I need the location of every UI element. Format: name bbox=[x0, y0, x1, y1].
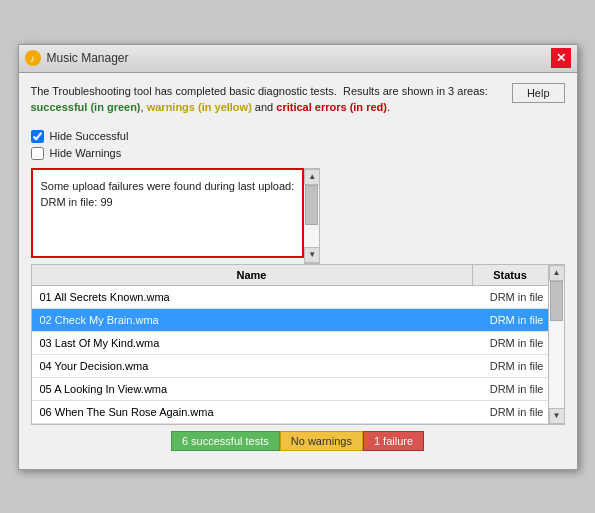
cell-name: 06 When The Sun Rose Again.wma bbox=[32, 401, 473, 423]
table-row[interactable]: 06 When The Sun Rose Again.wma DRM in fi… bbox=[32, 401, 548, 424]
info-text: The Troubleshooting tool has completed b… bbox=[31, 83, 512, 116]
hide-warnings-row: Hide Warnings bbox=[31, 147, 565, 160]
cell-name: 05 A Looking In View.wma bbox=[32, 378, 473, 400]
hide-warnings-checkbox[interactable] bbox=[31, 147, 44, 160]
window-title: Music Manager bbox=[47, 51, 129, 65]
title-bar-left: ♪ Music Manager bbox=[25, 50, 129, 66]
cell-status: DRM in file bbox=[473, 378, 548, 400]
table-header: Name Status bbox=[32, 265, 548, 286]
error-panel: Some upload failures were found during l… bbox=[31, 168, 565, 264]
hide-warnings-label[interactable]: Hide Warnings bbox=[50, 147, 122, 159]
cell-status: DRM in file bbox=[473, 286, 548, 308]
hide-successful-label[interactable]: Hide Successful bbox=[50, 130, 129, 142]
cell-status: DRM in file bbox=[473, 332, 548, 354]
file-table: Name Status 01 All Secrets Known.wma DRM… bbox=[31, 264, 549, 425]
main-window: ♪ Music Manager ✕ The Troubleshooting to… bbox=[18, 44, 578, 470]
table-scroll-down[interactable]: ▼ bbox=[549, 408, 565, 424]
hide-successful-row: Hide Successful bbox=[31, 130, 565, 143]
table-row[interactable]: 02 Check My Brain.wma DRM in file bbox=[32, 309, 548, 332]
table-scroll-up[interactable]: ▲ bbox=[549, 265, 565, 281]
cell-name: 03 Last Of My Kind.wma bbox=[32, 332, 473, 354]
scroll-up-arrow[interactable]: ▲ bbox=[304, 169, 320, 185]
table-panel: Name Status 01 All Secrets Known.wma DRM… bbox=[31, 264, 565, 425]
table-scrollbar[interactable]: ▲ ▼ bbox=[549, 264, 565, 425]
hide-successful-checkbox[interactable] bbox=[31, 130, 44, 143]
cell-status: DRM in file bbox=[473, 309, 548, 331]
cell-status: DRM in file bbox=[473, 355, 548, 377]
table-row[interactable]: 05 A Looking In View.wma DRM in file bbox=[32, 378, 548, 401]
error-box: Some upload failures were found during l… bbox=[31, 168, 305, 258]
scroll-track[interactable] bbox=[304, 185, 319, 247]
col-header-name: Name bbox=[32, 265, 473, 285]
cell-name: 02 Check My Brain.wma bbox=[32, 309, 473, 331]
cell-name: 04 Your Decision.wma bbox=[32, 355, 473, 377]
checkboxes: Hide Successful Hide Warnings bbox=[31, 130, 565, 160]
error-scrollbar[interactable]: ▲ ▼ bbox=[304, 168, 320, 264]
status-bar: 6 successful tests No warnings 1 failure bbox=[31, 425, 565, 459]
table-scroll-track[interactable] bbox=[549, 281, 564, 408]
app-icon: ♪ bbox=[25, 50, 41, 66]
scroll-down-arrow[interactable]: ▼ bbox=[304, 247, 320, 263]
table-row[interactable]: 03 Last Of My Kind.wma DRM in file bbox=[32, 332, 548, 355]
table-scroll-thumb[interactable] bbox=[550, 281, 563, 321]
failure-badge[interactable]: 1 failure bbox=[363, 431, 424, 451]
warnings-badge[interactable]: No warnings bbox=[280, 431, 363, 451]
top-row: The Troubleshooting tool has completed b… bbox=[31, 83, 565, 124]
success-badge[interactable]: 6 successful tests bbox=[171, 431, 280, 451]
content-area: The Troubleshooting tool has completed b… bbox=[19, 73, 577, 469]
error-line1: Some upload failures were found during l… bbox=[41, 178, 295, 195]
error-line2: DRM in file: 99 bbox=[41, 194, 295, 211]
cell-name: 01 All Secrets Known.wma bbox=[32, 286, 473, 308]
cell-status: DRM in file bbox=[473, 401, 548, 423]
scroll-thumb[interactable] bbox=[305, 185, 318, 225]
col-header-status: Status bbox=[473, 265, 548, 285]
help-button[interactable]: Help bbox=[512, 83, 565, 103]
title-bar: ♪ Music Manager ✕ bbox=[19, 45, 577, 73]
table-row[interactable]: 01 All Secrets Known.wma DRM in file bbox=[32, 286, 548, 309]
close-button[interactable]: ✕ bbox=[551, 48, 571, 68]
table-row[interactable]: 04 Your Decision.wma DRM in file bbox=[32, 355, 548, 378]
